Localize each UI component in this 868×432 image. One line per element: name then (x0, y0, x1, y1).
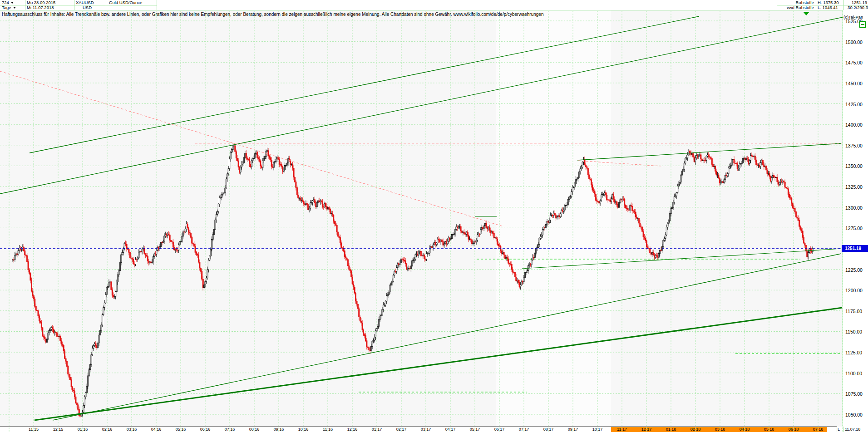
date-axis-label: 05 16 (171, 427, 191, 432)
price-axis-label: 1450.00 (845, 81, 867, 86)
date-axis-label: 07 18 (808, 427, 828, 432)
date-axis-label: 12 16 (342, 427, 362, 432)
extra-stat: 30.2/290.3 (844, 5, 868, 10)
price-axis[interactable]: 1525.001500.001475.001450.001425.001400.… (843, 10, 868, 427)
price-axis-label: 1125.00 (845, 350, 867, 355)
copyright-label: (c)Tai-Pan (843, 15, 863, 20)
disclaimer-text: Haftungsausschluss für Inhalte: Alle Tre… (2, 12, 544, 17)
chevron-down-icon (11, 2, 14, 4)
date-axis-label: 12 17 (636, 427, 656, 432)
date-axis-label: 03 16 (122, 427, 142, 432)
chevron-down-icon (13, 7, 16, 9)
date-axis-label: 06 17 (489, 427, 509, 432)
feed-name: Rohstoffe (778, 0, 814, 5)
price-axis-label: 1100.00 (845, 371, 867, 376)
last-bar-flag: L (838, 427, 840, 432)
price-axis-label: 1500.00 (845, 39, 867, 45)
date-axis-label: 04 18 (735, 427, 755, 432)
date-axis-label: 10 16 (293, 427, 313, 432)
date-axis-label: 01 18 (661, 427, 681, 432)
minimize-icon (861, 24, 864, 25)
date-axis-label: 06 16 (195, 427, 215, 432)
date-axis-label: 07 17 (514, 427, 534, 432)
date-axis-divider (843, 427, 843, 432)
price-axis-label: 1275.00 (845, 226, 867, 231)
date-axis-label: 05 18 (759, 427, 779, 432)
date-axis-label: 09 16 (269, 427, 289, 432)
price-axis-label: 1300.00 (845, 205, 867, 211)
bars-count-dropdown[interactable]: 724 (2, 0, 14, 5)
date-axis-label: 05 17 (465, 427, 485, 432)
bars-count-value: 724 (2, 0, 9, 5)
date-from-field[interactable]: Mo 28.09.2015 (27, 0, 55, 5)
date-axis-label: 08 17 (538, 427, 558, 432)
date-axis-label: 11 16 (318, 427, 338, 432)
date-axis-label: 02 16 (97, 427, 117, 432)
last-date-label: 11.07.18 (845, 427, 868, 432)
date-axis-label: 04 17 (440, 427, 460, 432)
price-axis-label: 1200.00 (845, 288, 867, 293)
date-axis-label: 03 17 (416, 427, 436, 432)
period-value: Tage (2, 5, 11, 10)
current-price-badge: 1251.19 (842, 245, 868, 252)
price-axis-label: 1050.00 (845, 412, 867, 417)
instrument-name: Gold USD/Ounce (109, 0, 142, 5)
period-dropdown[interactable]: Tage (2, 5, 16, 10)
price-axis-label: 1075.00 (845, 391, 867, 397)
price-axis-label: 1225.00 (845, 267, 867, 273)
header-bottom-border (0, 10, 868, 10)
date-axis-label: 09 17 (563, 427, 583, 432)
symbol-field[interactable]: XAUUSD (76, 0, 94, 5)
date-axis-label: 02 18 (686, 427, 705, 432)
price-axis-label: 1475.00 (845, 60, 867, 65)
currency-field: USD (83, 5, 92, 10)
chart-tool-icon[interactable] (859, 21, 866, 28)
date-axis-label: 08 16 (244, 427, 264, 432)
date-axis-label: 11 15 (24, 427, 44, 432)
date-axis-label: 12 15 (48, 427, 68, 432)
date-axis-label: 11 17 (612, 427, 632, 432)
date-to-field[interactable]: Mi 11.07.2018 (27, 5, 54, 10)
date-axis-label: 03 18 (710, 427, 730, 432)
date-axis-label: 07 16 (220, 427, 240, 432)
date-axis-label: 06 18 (784, 427, 804, 432)
date-axis-label: 04 16 (146, 427, 166, 432)
date-axis-label: 02 17 (391, 427, 411, 432)
date-axis-divider (837, 427, 837, 432)
price-chart-canvas[interactable] (0, 0, 868, 432)
period-high: H: 1375.30 (818, 0, 838, 5)
last-price-header: 1251.19 (844, 0, 867, 5)
price-axis-label: 1375.00 (845, 143, 867, 148)
header-row-divider (0, 5, 157, 5)
period-low: L: 1046.41 (818, 5, 838, 10)
price-axis-label: 1350.00 (845, 163, 867, 169)
price-axis-label: 1400.00 (845, 122, 867, 128)
date-axis-label: 10 17 (587, 427, 607, 432)
price-axis-label: 1175.00 (845, 309, 867, 314)
price-axis-label: 1325.00 (845, 184, 867, 190)
price-axis-label: 1150.00 (845, 329, 867, 334)
price-axis-label: 1425.00 (845, 102, 867, 107)
feed-name-2: vwd Rohstoffe (778, 5, 814, 10)
taipan-chart-window: 724 Mo 28.09.2015 XAUUSD Gold USD/Ounce … (0, 0, 868, 432)
date-axis-label: 01 16 (73, 427, 93, 432)
date-axis-label: 01 17 (367, 427, 387, 432)
header-divider (157, 0, 157, 10)
